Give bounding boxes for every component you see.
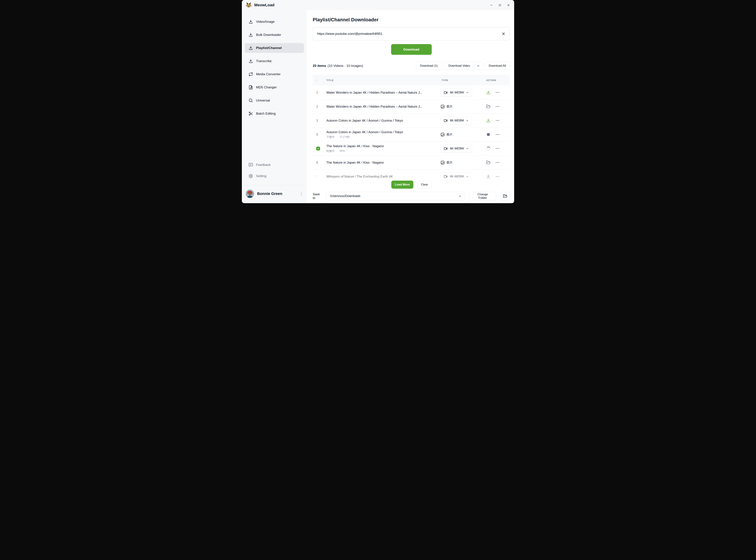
ellipsis-menu-icon[interactable] [495,146,500,151]
sidebar-item-label: MD5 Changer [256,85,277,89]
download-video-label[interactable]: Download Video [444,62,474,69]
format-label: 8K-WEBM [450,119,464,122]
sidebar-item-transcribe[interactable]: Transcribe [245,56,304,66]
format-select[interactable]: 8K-WEBM [440,172,472,181]
row-title-cell: Water Wonders in Japan 4K / Hidden Parad… [326,105,440,108]
download-icon[interactable] [486,90,491,95]
maximize-button[interactable] [498,4,501,7]
url-input[interactable] [317,32,501,36]
image-icon [440,104,445,109]
sidebar-item-playlist-channel[interactable]: Playlist/Channel [245,43,304,53]
app-logo-cat-icon [245,2,252,8]
sidebar-item-media-converter[interactable]: Media Converter [245,69,304,79]
sidebar: Video/ImageBulk DownloaderPlaylist/Chann… [242,10,307,203]
items-count: 20 items [313,64,326,68]
download-button[interactable]: Download [391,44,432,55]
sidebar-divider [245,185,304,185]
row-status: 转换中20% [326,149,435,153]
folder-open-icon [503,194,507,198]
sidebar-item-label: Bulk Downloader [256,33,281,37]
user-row[interactable]: Bonnie Green [245,189,304,198]
sidebar-item-feedback[interactable]: Feedback [245,160,304,170]
row-title: The Nature in Japan 4K / Kiso - Nagano [326,144,435,148]
row-checkbox-checked[interactable] [316,147,320,151]
download-icon[interactable] [486,174,491,179]
row-actions [485,132,506,137]
ellipsis-menu-icon[interactable] [495,104,500,109]
ellipsis-menu-icon[interactable] [495,118,500,123]
ellipsis-menu-icon[interactable] [495,160,500,165]
load-more-button[interactable]: Load More [391,181,413,189]
row-title-cell: Autumn Colors in Japan 4K / Aomori / Gun… [326,119,440,122]
open-folder-icon[interactable] [486,160,491,165]
spinner-icon[interactable] [486,146,491,151]
row-title: The Nature in Japan 4K / Kiso - Nagano [326,161,435,164]
row-title: Autumn Colors in Japan 4K / Aomori / Gun… [326,130,435,134]
minimize-button[interactable] [490,4,493,7]
clear-button[interactable]: Clear [418,181,432,189]
format-select[interactable]: 8K-WEBM [440,144,472,153]
row-number: 6 [316,161,318,164]
download-icon[interactable] [486,118,491,123]
sidebar-item-label: Universal [256,99,270,102]
image-type: 图片 [440,133,485,137]
table-row: The Nature in Japan 4K / Kiso - Nagano转换… [313,142,510,156]
row-leading-cell: 3 [316,119,326,122]
close-button[interactable] [507,4,510,7]
sidebar-item-bulk-downloader[interactable]: Bulk Downloader [245,30,304,40]
row-type-cell: 8K-WEBM [440,144,485,153]
sidebar-item-label: Video/Image [256,20,275,24]
save-path-value: /Users/xxx/Downloads [330,194,458,198]
sidebar-item-label: Feedback [256,163,271,167]
row-type-cell: 8K-WEBM [440,172,485,181]
row-checkbox[interactable] [316,175,317,178]
sidebar-item-label: Transcribe [256,59,272,63]
table-header: TITLE TYPE ACTION [313,75,510,85]
format-label: 8K-WEBM [450,147,464,150]
open-folder-icon[interactable] [486,104,491,109]
format-select[interactable]: 8K-WEBM [440,88,472,97]
row-actions [485,174,506,179]
download-video-split-button[interactable]: Download Video [444,62,482,70]
titlebar: MeowLoad [242,0,514,10]
main-panel: Playlist/Channel Downloader Download 20 … [307,10,514,203]
clear-url-icon[interactable] [501,32,505,36]
row-status: 下载中71.2 MB [326,135,435,139]
sidebar-item-universal[interactable]: Universal [245,96,304,105]
message-icon [248,163,253,167]
sidebar-item-label: Media Converter [256,72,280,76]
select-all-checkbox[interactable] [316,79,317,82]
sidebar-spacer [245,122,304,160]
sidebar-item-label: Setting [256,174,266,178]
kebab-menu-icon[interactable] [299,192,303,196]
stop-icon[interactable] [486,132,491,137]
user-name: Bonnie Green [257,192,282,196]
sidebar-item-md5-changer[interactable]: MD5 Changer [245,82,304,92]
open-folder-button[interactable] [500,192,510,200]
save-to-row: Save to /Users/xxx/Downloads Change Fold… [313,192,510,200]
download-selected-button[interactable]: Download (1) [416,62,442,70]
ellipsis-menu-icon[interactable] [495,132,500,137]
format-select[interactable]: 8K-WEBM [440,116,472,125]
search-icon [248,98,253,103]
change-folder-button[interactable]: Change Folder [469,192,496,200]
chevron-down-icon[interactable] [474,62,482,69]
ellipsis-menu-icon[interactable] [495,174,500,179]
table-row: 1Water Wonders in Japan 4K / Hidden Para… [313,85,510,100]
sidebar-item-setting[interactable]: Setting [245,171,304,181]
sidebar-item-batch-editing[interactable]: Batch Editing [245,109,304,119]
row-title: Autumn Colors in Japan 4K / Aomori / Gun… [326,119,435,122]
download-icon [248,33,253,37]
summary-row: 20 items (10 Videos · 10 Images) Downloa… [313,62,510,70]
row-number: 1 [316,91,318,94]
download-all-button[interactable]: Download All [485,62,510,70]
file-pen-icon [248,85,253,89]
scissors-icon [248,111,253,116]
table-row: 6The Nature in Japan 4K / Kiso - Nagano图… [313,156,510,169]
row-type-cell: 8K-WEBM [440,116,485,125]
video-camera-icon [444,175,448,179]
sidebar-item-video-image[interactable]: Video/Image [245,17,304,26]
row-type-cell: 8K-WEBM [440,88,485,97]
ellipsis-menu-icon[interactable] [495,90,500,95]
save-path-select[interactable]: /Users/xxx/Downloads [326,192,465,200]
